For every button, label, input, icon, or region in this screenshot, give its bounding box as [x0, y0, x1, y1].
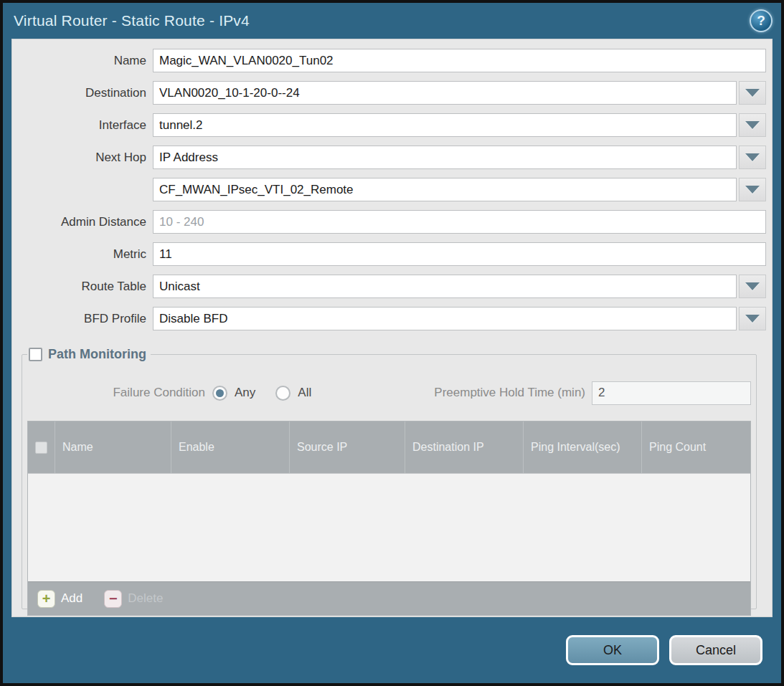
failure-condition-all-radio[interactable]: All	[275, 386, 311, 401]
column-header-source-ip[interactable]: Source IP	[289, 421, 405, 473]
name-label: Name	[12, 54, 153, 68]
next-hop-select[interactable]	[153, 146, 737, 169]
select-all-checkbox[interactable]	[35, 442, 47, 454]
select-all-column-header	[28, 421, 55, 473]
next-hop-label: Next Hop	[12, 151, 153, 165]
dialog-title: Virtual Router - Static Route - IPv4	[14, 12, 750, 29]
dialog-footer: OK Cancel	[3, 617, 781, 683]
dialog-content-panel: Name Destination Interface	[11, 39, 773, 617]
failure-condition-all-label: All	[298, 386, 311, 400]
column-header-name[interactable]: Name	[55, 421, 171, 473]
plus-icon: +	[37, 590, 55, 608]
field-row-name: Name	[12, 49, 766, 72]
failure-condition-any-label: Any	[235, 386, 255, 400]
route-table-label: Route Table	[12, 280, 153, 294]
column-header-enable[interactable]: Enable	[171, 421, 289, 473]
next-hop-dropdown-button[interactable]	[739, 146, 766, 169]
dialog-titlebar: Virtual Router - Static Route - IPv4 ?	[3, 3, 781, 39]
path-monitoring-table-toolbar: + Add − Delete	[28, 581, 750, 615]
chevron-down-icon	[745, 186, 760, 194]
field-row-interface: Interface	[12, 113, 766, 137]
preemptive-hold-time-label: Preemptive Hold Time (min)	[434, 386, 592, 400]
chevron-down-icon	[745, 153, 760, 161]
destination-dropdown-button[interactable]	[739, 81, 766, 105]
chevron-down-icon	[745, 89, 760, 97]
radio-unselected-icon	[275, 386, 291, 401]
interface-input[interactable]	[153, 113, 737, 137]
interface-dropdown-button[interactable]	[739, 113, 766, 137]
add-button-label: Add	[61, 591, 82, 606]
bfd-profile-dropdown-button[interactable]	[739, 307, 766, 330]
path-monitoring-section: Path Monitoring Failure Condition Any Al…	[22, 347, 757, 609]
chevron-down-icon	[745, 121, 760, 129]
field-row-route-table: Route Table	[12, 275, 766, 298]
column-header-ping-interval[interactable]: Ping Interval(sec)	[523, 421, 641, 473]
failure-condition-label: Failure Condition	[27, 386, 212, 400]
route-table-dropdown-button[interactable]	[739, 275, 766, 298]
add-button[interactable]: + Add	[37, 590, 82, 608]
path-monitoring-table-header: Name Enable Source IP Destination IP Pin…	[28, 421, 750, 473]
destination-label: Destination	[12, 86, 153, 100]
metric-input[interactable]	[153, 242, 766, 266]
field-row-admin-distance: Admin Distance	[12, 210, 766, 234]
failure-condition-any-radio[interactable]: Any	[212, 386, 255, 401]
column-header-ping-count[interactable]: Ping Count	[641, 421, 750, 473]
metric-label: Metric	[12, 247, 153, 262]
field-row-bfd-profile: BFD Profile	[12, 307, 766, 330]
path-monitoring-checkbox[interactable]	[29, 348, 42, 361]
chevron-down-icon	[745, 315, 760, 323]
next-hop-address-dropdown-button[interactable]	[739, 178, 766, 201]
minus-icon: −	[104, 590, 122, 608]
route-table-select[interactable]	[153, 275, 737, 298]
interface-label: Interface	[12, 118, 153, 133]
path-monitoring-legend: Path Monitoring	[27, 347, 151, 362]
help-icon[interactable]: ?	[750, 9, 773, 32]
field-row-next-hop-address	[12, 178, 766, 201]
bfd-profile-select[interactable]	[153, 307, 737, 330]
column-header-destination-ip[interactable]: Destination IP	[405, 421, 523, 473]
admin-distance-input[interactable]	[153, 210, 766, 234]
field-row-metric: Metric	[12, 242, 766, 266]
path-monitoring-title: Path Monitoring	[48, 347, 146, 362]
radio-selected-icon	[212, 386, 227, 401]
static-route-dialog: Virtual Router - Static Route - IPv4 ? N…	[0, 0, 784, 686]
next-hop-address-input[interactable]	[153, 178, 737, 201]
preemptive-hold-time-group: Preemptive Hold Time (min)	[434, 381, 751, 405]
chevron-down-icon	[745, 282, 760, 290]
name-input[interactable]	[153, 49, 766, 72]
delete-button-label: Delete	[128, 591, 163, 606]
failure-condition-row: Failure Condition Any All Preemptive Hol…	[27, 381, 751, 405]
ok-button[interactable]: OK	[566, 635, 659, 665]
cancel-button[interactable]: Cancel	[669, 635, 762, 665]
field-row-next-hop: Next Hop	[12, 146, 766, 169]
destination-input[interactable]	[153, 81, 737, 105]
admin-distance-label: Admin Distance	[12, 215, 153, 229]
path-monitoring-table: Name Enable Source IP Destination IP Pin…	[27, 421, 751, 616]
delete-button[interactable]: − Delete	[104, 590, 163, 608]
field-row-destination: Destination	[12, 81, 766, 105]
bfd-profile-label: BFD Profile	[12, 312, 153, 326]
preemptive-hold-time-input[interactable]	[592, 381, 751, 405]
path-monitoring-table-body	[28, 473, 750, 581]
